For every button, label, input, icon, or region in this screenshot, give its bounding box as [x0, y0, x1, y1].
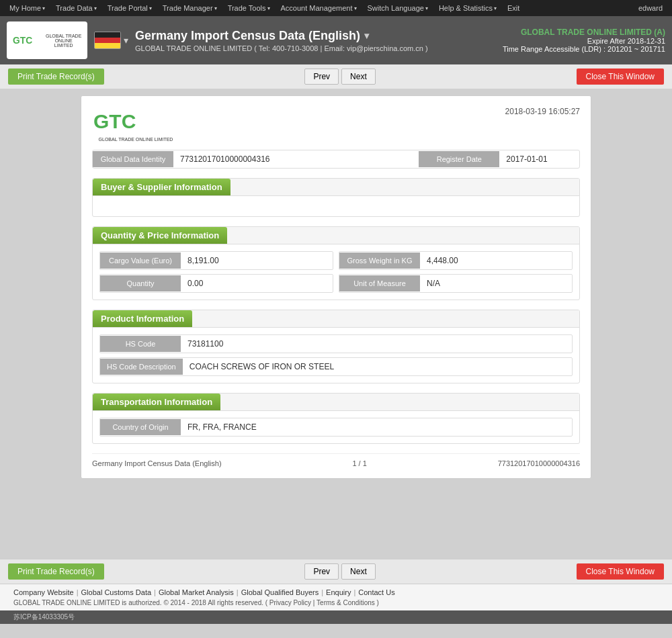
prev-button-bottom[interactable]: Prev	[304, 563, 339, 580]
footer-link-market[interactable]: Global Market Analysis	[159, 588, 234, 596]
register-date-label: Register Date	[419, 151, 499, 167]
hs-desc-value: COACH SCREWS OF IRON OR STEEL	[183, 358, 572, 375]
transportation-body: Country of Origin FR, FRA, FRANCE	[93, 411, 579, 443]
chevron-down-icon: ▾	[94, 5, 97, 11]
register-date-value: 2017-01-01	[499, 150, 579, 168]
footer-section: Company Website | Global Customs Data | …	[0, 584, 672, 610]
quantity-value: 0.00	[181, 275, 333, 292]
nav-buttons-top: Prev Next	[304, 69, 375, 85]
nav-trade-manager[interactable]: Trade Manager ▾	[159, 3, 221, 13]
gross-weight-field: Gross Weight in KG 4,448.00	[339, 251, 573, 270]
time-range: Time Range Accessible (LDR) : 201201 ~ 2…	[503, 45, 665, 53]
chevron-down-icon: ▾	[494, 5, 497, 11]
footer-link-company[interactable]: Company Website	[13, 588, 74, 596]
nav-trade-tools[interactable]: Trade Tools ▾	[224, 3, 274, 13]
record-logo: GTC GLOBAL TRADE ONLINE LIMITED	[92, 107, 179, 142]
quantity-price-title-row: Quantity & Price Information	[93, 227, 579, 244]
quantity-label: Quantity	[100, 275, 181, 291]
gross-weight-value: 4,448.00	[420, 252, 572, 269]
close-button-top[interactable]: Close This Window	[577, 69, 664, 85]
gross-weight-label: Gross Weight in KG	[339, 253, 420, 269]
qty-unit-row: Quantity 0.00 Unit of Measure N/A	[99, 274, 573, 293]
quantity-price-title: Quantity & Price Information	[93, 227, 227, 244]
unit-of-measure-field: Unit of Measure N/A	[339, 274, 573, 293]
global-data-identity-label: Global Data Identity	[93, 151, 173, 167]
page-title: Germany Import Census Data (English) ▾	[135, 29, 496, 43]
footer-link-buyers[interactable]: Global Qualified Buyers	[241, 588, 319, 596]
nav-trade-portal[interactable]: Trade Portal ▾	[103, 3, 156, 13]
hs-code-value: 73181100	[181, 335, 572, 353]
nav-exit[interactable]: Exit	[503, 3, 523, 13]
transportation-section: Transportation Information Country of Or…	[92, 393, 580, 444]
title-dropdown-icon[interactable]: ▾	[364, 30, 369, 41]
top-action-bar: Print Trade Record(s) Prev Next Close Th…	[0, 64, 672, 89]
svg-text:GTC: GTC	[13, 36, 32, 46]
hs-desc-label: HS Code Description	[100, 359, 183, 375]
germany-flag	[94, 32, 121, 49]
hs-desc-row: HS Code Description COACH SCREWS OF IRON…	[99, 357, 573, 376]
nav-help-statistics[interactable]: Help & Statistics ▾	[435, 3, 501, 13]
buyer-supplier-section: Buyer & Supplier Information	[92, 178, 580, 217]
footer-link-customs[interactable]: Global Customs Data	[81, 588, 152, 596]
main-content: GTC GLOBAL TRADE ONLINE LIMITED 2018-03-…	[0, 89, 672, 559]
product-title-row: Product Information	[93, 310, 579, 328]
logo: GTC GLOBAL TRADE ONLINE LIMITED	[7, 21, 87, 59]
flag-dropdown-icon[interactable]: ▾	[124, 35, 128, 46]
record-footer-page: 1 / 1	[352, 459, 366, 467]
hs-code-label: HS Code	[100, 336, 181, 352]
footer-copyright: GLOBAL TRADE ONLINE LIMITED is authorize…	[13, 599, 659, 606]
svg-text:GTC: GTC	[93, 110, 136, 132]
account-info: GLOBAL TRADE ONLINE LIMITED (A) Expire A…	[503, 28, 665, 53]
quantity-price-body: Cargo Value (Euro) 8,191.00 Gross Weight…	[93, 244, 579, 300]
bottom-action-bar: Print Trade Record(s) Prev Next Close Th…	[0, 559, 672, 584]
header-bar: GTC GLOBAL TRADE ONLINE LIMITED ▾ German…	[0, 16, 672, 64]
chevron-down-icon: ▾	[42, 5, 45, 11]
next-button-top[interactable]: Next	[341, 69, 376, 85]
icp-number: 苏ICP备14033305号	[13, 612, 75, 622]
logo-subtitle: GLOBAL TRADE ONLINE LIMITED	[45, 34, 82, 48]
transportation-title-row: Transportation Information	[93, 394, 579, 411]
nav-account-management[interactable]: Account Management ▾	[277, 3, 361, 13]
prev-button-top[interactable]: Prev	[304, 69, 339, 85]
chevron-down-icon: ▾	[425, 5, 428, 11]
identity-row: Global Data Identity 7731201701000000431…	[92, 150, 580, 169]
chevron-down-icon: ▾	[354, 5, 357, 11]
record-logo-sub: GLOBAL TRADE ONLINE LIMITED	[99, 137, 173, 142]
footer-link-contact[interactable]: Contact Us	[358, 588, 394, 596]
unit-of-measure-value: N/A	[420, 275, 572, 292]
hs-code-row: HS Code 73181100	[99, 334, 573, 353]
record-footer: Germany Import Census Data (English) 1 /…	[92, 453, 580, 467]
country-of-origin-field: Country of Origin FR, FRA, FRANCE	[99, 418, 573, 437]
chevron-down-icon: ▾	[267, 5, 270, 11]
top-navigation: My Home ▾ Trade Data ▾ Trade Portal ▾ Tr…	[0, 0, 672, 16]
origin-row: Country of Origin FR, FRA, FRANCE	[99, 418, 573, 437]
next-button-bottom[interactable]: Next	[341, 563, 376, 580]
hs-code-field: HS Code 73181100	[99, 334, 573, 353]
global-data-identity-value: 77312017010000004316	[173, 150, 413, 168]
product-body: HS Code 73181100 HS Code Description COA…	[93, 328, 579, 383]
nav-trade-data[interactable]: Trade Data ▾	[52, 3, 101, 13]
print-button-bottom[interactable]: Print Trade Record(s)	[8, 563, 104, 580]
record-footer-id: 77312017010000004316	[498, 459, 580, 467]
cargo-value-field: Cargo Value (Euro) 8,191.00	[99, 251, 333, 270]
flag-area: ▾	[94, 32, 128, 49]
icp-bar: 苏ICP备14033305号	[0, 610, 672, 624]
hs-desc-field: HS Code Description COACH SCREWS OF IRON…	[99, 357, 573, 376]
user-label: edward	[634, 3, 667, 13]
nav-switch-language[interactable]: Switch Language ▾	[364, 3, 432, 13]
cargo-value-value: 8,191.00	[181, 252, 333, 269]
close-button-bottom[interactable]: Close This Window	[577, 563, 664, 580]
expire-date: Expire After 2018-12-31	[503, 37, 665, 45]
product-section: Product Information HS Code 73181100 HS …	[92, 310, 580, 383]
country-of-origin-label: Country of Origin	[100, 419, 181, 435]
footer-link-enquiry[interactable]: Enquiry	[326, 588, 351, 596]
transportation-title: Transportation Information	[93, 394, 220, 410]
print-button-top[interactable]: Print Trade Record(s)	[8, 69, 104, 85]
record-header: GTC GLOBAL TRADE ONLINE LIMITED 2018-03-…	[92, 107, 580, 142]
chevron-down-icon: ▾	[149, 5, 152, 11]
cargo-value-label: Cargo Value (Euro)	[100, 253, 181, 269]
record-timestamp: 2018-03-19 16:05:27	[505, 107, 580, 116]
nav-my-home[interactable]: My Home ▾	[5, 3, 49, 13]
buyer-supplier-title: Buyer & Supplier Information	[93, 179, 230, 195]
nav-buttons-bottom: Prev Next	[304, 563, 375, 580]
